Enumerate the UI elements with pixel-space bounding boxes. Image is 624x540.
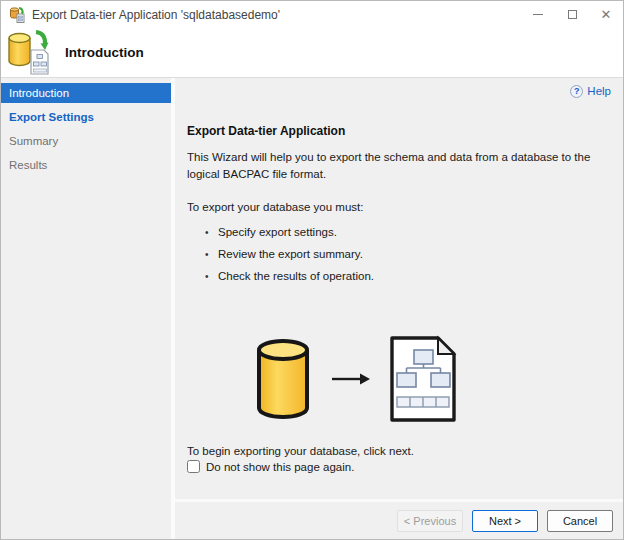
- sidebar-item-export-settings[interactable]: Export Settings: [1, 107, 171, 127]
- export-dac-app-icon: [9, 7, 25, 23]
- minimize-button[interactable]: [521, 1, 555, 28]
- bullet-icon: •: [205, 249, 218, 260]
- export-illustration: [187, 336, 611, 426]
- sidebar-item-results: Results: [1, 155, 171, 175]
- window-controls: ✕: [521, 1, 623, 28]
- list-intro: To export your database you must:: [187, 201, 611, 213]
- bullet-text: Check the results of operation.: [218, 270, 374, 282]
- dont-show-again-checkbox[interactable]: [187, 460, 200, 473]
- help-icon: ?: [570, 85, 583, 98]
- maximize-icon: [568, 10, 577, 19]
- arrow-right-icon: [331, 372, 371, 390]
- bullet-text: Specify export settings.: [218, 226, 337, 238]
- dont-show-again-label: Do not show this page again.: [206, 461, 354, 473]
- steps-bullet-list: • Specify export settings. • Review the …: [187, 226, 611, 282]
- export-dac-header-icon: [6, 30, 56, 76]
- wizard-steps-sidebar: Introduction Export Settings Summary Res…: [1, 78, 171, 539]
- maximize-button[interactable]: [555, 1, 589, 28]
- window-title: Export Data-tier Application 'sqldatabas…: [32, 8, 521, 22]
- close-icon: ✕: [601, 8, 612, 21]
- help-label: Help: [587, 85, 611, 97]
- bullet-icon: •: [205, 227, 218, 238]
- help-link[interactable]: ? Help: [570, 84, 611, 98]
- main-content: ? Help Export Data-tier Application This…: [175, 78, 623, 499]
- content-heading: Export Data-tier Application: [187, 124, 611, 138]
- dont-show-again-row[interactable]: Do not show this page again.: [187, 460, 611, 473]
- wizard-window: Export Data-tier Application 'sqldatabas…: [0, 0, 624, 540]
- footer-instruction: To begin exporting your database, click …: [187, 445, 611, 457]
- sidebar-item-introduction[interactable]: Introduction: [1, 83, 171, 103]
- page-title: Introduction: [65, 45, 144, 60]
- bullet-icon: •: [205, 271, 218, 282]
- list-item: • Review the export summary.: [205, 248, 611, 260]
- database-cylinder-icon: [255, 337, 311, 425]
- bacpac-file-icon: [389, 335, 457, 427]
- titlebar: Export Data-tier Application 'sqldatabas…: [1, 1, 623, 28]
- cancel-button[interactable]: Cancel: [547, 510, 613, 532]
- close-button[interactable]: ✕: [589, 1, 623, 28]
- next-button[interactable]: Next >: [472, 510, 538, 532]
- wizard-header: Introduction: [1, 28, 623, 78]
- minimize-icon: [533, 14, 543, 15]
- list-item: • Check the results of operation.: [205, 270, 611, 282]
- intro-paragraph: This Wizard will help you to export the …: [187, 149, 611, 182]
- list-item: • Specify export settings.: [205, 226, 611, 238]
- sidebar-item-summary: Summary: [1, 131, 171, 151]
- bullet-text: Review the export summary.: [218, 248, 363, 260]
- button-bar: < Previous Next > Cancel: [175, 499, 623, 539]
- previous-button: < Previous: [397, 510, 463, 532]
